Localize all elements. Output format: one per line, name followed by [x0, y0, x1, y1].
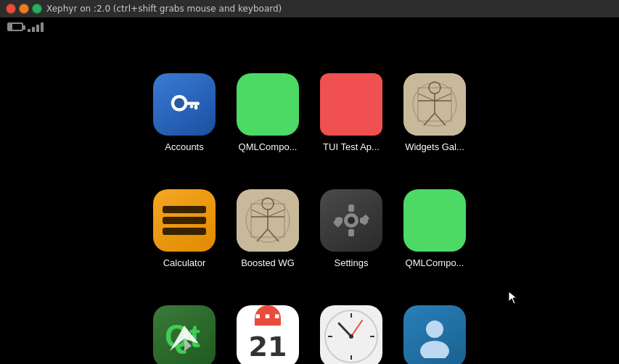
qml1-icon — [237, 73, 299, 136]
calendar-icon: ▪ ▪ ▪ 21 — [237, 305, 299, 364]
accounts-icon — [153, 73, 216, 136]
app-item-boosted[interactable]: Boosted WG — [226, 160, 310, 276]
svg-point-51 — [420, 341, 449, 358]
contacts-svg — [413, 315, 456, 358]
svg-rect-31 — [348, 229, 354, 236]
svg-rect-15 — [163, 206, 206, 213]
content-area: Accounts QMLCompo... TUI Test Ap... — [0, 36, 619, 364]
maximize-button[interactable] — [32, 4, 42, 14]
widgets-icon — [403, 73, 466, 136]
calendar-day: 21 — [249, 331, 287, 363]
calendar-month: ▪ ▪ ▪ — [255, 311, 280, 320]
gear-svg — [329, 199, 373, 242]
calendar-body: 21 — [249, 326, 287, 364]
boosted-label: Boosted WG — [241, 257, 295, 268]
boosted-svg — [237, 189, 299, 252]
app-grid: Accounts QMLCompo... TUI Test Ap... — [0, 36, 619, 364]
battery-fill — [9, 24, 12, 30]
app-item-calculator[interactable]: Calculator — [143, 160, 226, 276]
qt-svg: Qt — [159, 311, 210, 362]
signal-bars — [28, 22, 44, 32]
signal-bar-2 — [32, 27, 35, 32]
signal-bar-1 — [28, 29, 30, 32]
accounts-label: Accounts — [165, 141, 203, 152]
app-item-clock[interactable]: Clock — [310, 276, 393, 364]
close-button[interactable] — [6, 4, 16, 14]
svg-point-29 — [348, 217, 355, 224]
clock-svg — [322, 307, 380, 364]
settings-label: Settings — [335, 257, 369, 268]
window-title: Xephyr on :2.0 (ctrl+shift grabs mouse a… — [46, 4, 613, 14]
svg-point-1 — [174, 98, 184, 108]
statusbar — [0, 17, 619, 36]
signal-bar-3 — [36, 25, 39, 32]
svg-point-50 — [426, 320, 443, 338]
app-item-widgets[interactable]: Widgets Gal... — [393, 44, 477, 160]
svg-rect-2 — [186, 102, 200, 105]
qml2-icon — [403, 189, 466, 252]
key-svg — [165, 86, 203, 123]
calculator-icon — [153, 189, 216, 252]
settings-icon — [320, 189, 382, 252]
boosted-icon — [237, 189, 299, 252]
qml1-label: QMLCompo... — [239, 141, 298, 152]
minimize-button[interactable] — [19, 4, 29, 14]
vitruvian-svg — [403, 73, 466, 136]
tui-icon — [320, 73, 382, 136]
app-item-qmlviewer[interactable]: Qt QMLViewer — [143, 276, 226, 364]
svg-rect-3 — [194, 105, 197, 109]
app-item-contacts[interactable]: Contacts — [393, 276, 477, 364]
svg-point-49 — [349, 334, 353, 339]
app-item-tui[interactable]: TUI Test Ap... — [310, 44, 393, 160]
svg-rect-16 — [163, 217, 206, 224]
signal-bar-4 — [41, 22, 44, 32]
app-item-settings[interactable]: Settings — [310, 160, 393, 276]
qml2-label: QMLCompo... — [406, 257, 464, 268]
calculator-label: Calculator — [163, 257, 206, 268]
svg-rect-17 — [163, 228, 206, 235]
app-item-accounts[interactable]: Accounts — [143, 44, 226, 160]
app-item-qml2[interactable]: QMLCompo... — [393, 160, 477, 276]
app-item-calendar[interactable]: ▪ ▪ ▪ 21 Calendar — [226, 276, 310, 364]
titlebar-buttons — [6, 4, 42, 14]
app-item-qml1[interactable]: QMLCompo... — [226, 44, 310, 160]
tui-label: TUI Test Ap... — [323, 141, 380, 152]
clock-icon — [320, 305, 382, 364]
widgets-label: Widgets Gal... — [405, 141, 464, 152]
battery-icon — [7, 22, 23, 31]
titlebar: Xephyr on :2.0 (ctrl+shift grabs mouse a… — [0, 0, 619, 17]
svg-rect-4 — [190, 105, 193, 108]
qmlviewer-icon: Qt — [153, 305, 216, 364]
calculator-svg — [163, 206, 206, 235]
contacts-icon — [403, 305, 466, 364]
calendar-header: ▪ ▪ ▪ — [255, 305, 280, 326]
svg-rect-30 — [348, 204, 354, 212]
